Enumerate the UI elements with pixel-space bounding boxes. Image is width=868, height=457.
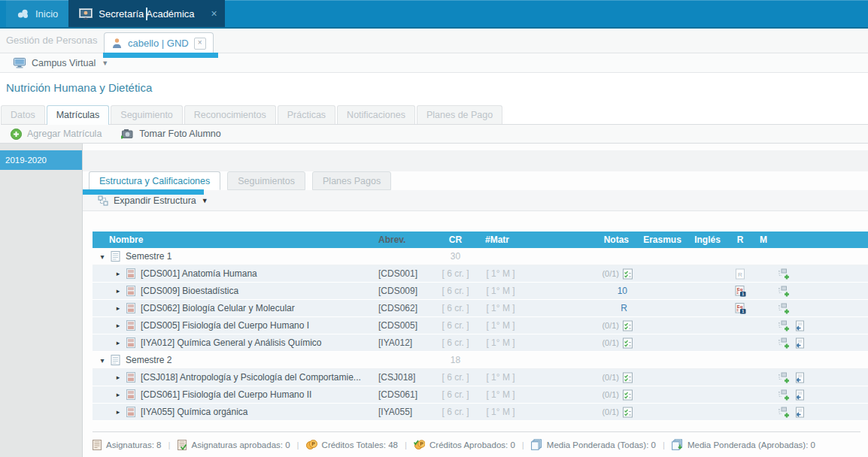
tab-seguimiento[interactable]: Seguimiento [111, 105, 183, 124]
column-header-nombre[interactable]: Nombre [93, 235, 378, 245]
panel-tab-estructura-y-calificaciones[interactable]: Estructura y Calificaciones [89, 171, 220, 190]
expand-icon[interactable]: ▸ [114, 374, 123, 381]
add-node-icon[interactable] [777, 389, 791, 401]
tab-planes-de-pago[interactable]: Planes de Pago [417, 105, 502, 124]
column-header-notas[interactable]: Notas [529, 235, 638, 245]
name-cell: ▾Semestre 1 [93, 251, 378, 262]
equivalence-icon[interactable]: Eq1 [735, 303, 746, 314]
credits-cell: 30 [439, 251, 472, 262]
add-node-icon[interactable] [777, 337, 791, 349]
add-node-icon[interactable] [777, 407, 791, 418]
grid-header: NombreAbrev.CR#MatrNotasErasmusInglésRM [93, 232, 868, 248]
course-row[interactable]: ▸[IYA012] Química General y Análisis Quí… [93, 334, 868, 352]
equivalence-icon[interactable]: Eq1 [735, 286, 746, 297]
add-node-icon[interactable] [777, 286, 791, 297]
column-header-abrev[interactable]: Abrev. [378, 235, 439, 245]
expand-icon[interactable]: ▸ [114, 339, 123, 347]
repeat-cell: R [728, 268, 752, 280]
move-doc-icon[interactable] [794, 320, 806, 331]
footer-separator: | [522, 440, 524, 449]
column-header-matr[interactable]: #Matr [472, 235, 529, 245]
grades-checklist-icon[interactable] [622, 407, 633, 418]
expand-icon[interactable]: ▸ [114, 287, 123, 295]
panel-tab-planes-pagos[interactable]: Planes Pagos [312, 171, 391, 190]
expand-icon[interactable]: ▸ [114, 391, 123, 398]
collapse-icon[interactable]: ▾ [98, 253, 107, 261]
expand-icon[interactable]: ▸ [114, 270, 123, 277]
grades-checklist-icon[interactable] [622, 268, 633, 280]
add-node-icon[interactable] [777, 268, 791, 280]
name-cell: ▸[CDS005] Fisiología del Cuerpo Humano I [93, 320, 378, 331]
course-row[interactable]: ▸[CDS061] Fisiología del Cuerpo Humano I… [93, 386, 868, 404]
column-header-erasmus[interactable]: Erasmus [638, 235, 687, 245]
tab-inicio[interactable]: Inicio [6, 0, 68, 27]
credits-cell: [ 6 cr. ] [439, 268, 472, 279]
svg-text:P: P [420, 441, 423, 446]
close-icon[interactable]: × [211, 8, 217, 20]
add-node-icon[interactable] [777, 372, 791, 383]
course-row[interactable]: ▸[CDS062] Biología Celular y Molecular[C… [93, 300, 868, 317]
grades-checklist-icon[interactable] [622, 337, 633, 349]
chevron-down-icon[interactable]: ▼ [202, 197, 208, 204]
expand-icon[interactable]: ▸ [114, 322, 123, 329]
notas-cell: (0/1) [529, 320, 638, 331]
top-window-bar: Inicio Secretaría Académica × [0, 0, 868, 29]
tab-practicas[interactable]: Prácticas [278, 105, 335, 124]
move-doc-icon[interactable] [794, 372, 806, 383]
camera-icon [121, 129, 134, 139]
move-doc-icon[interactable] [794, 407, 806, 418]
credits-cell: [ 6 cr. ] [439, 286, 472, 296]
tab-secretaria-academica[interactable]: Secretaría Académica × [68, 0, 224, 27]
move-doc-icon[interactable] [794, 389, 806, 401]
row-name-label: [CDS009] Bioestadística [141, 286, 238, 296]
group-row[interactable]: ▾Semestre 130 [93, 248, 868, 265]
row-actions [775, 303, 826, 314]
footer-stat-text: Media Ponderada (Todas): 0 [547, 440, 656, 449]
row-name-label: [CDS005] Fisiología del Cuerpo Humano I [141, 320, 309, 331]
grades-checklist-icon[interactable] [622, 372, 633, 383]
notas-cell: 10 [529, 286, 638, 296]
panel-tab-seguimientos[interactable]: Seguimientos [227, 171, 305, 190]
column-header-r[interactable]: R [728, 235, 752, 245]
expand-icon[interactable]: ▸ [114, 408, 123, 416]
structure-grid: NombreAbrev.CR#MatrNotasErasmusInglésRM … [93, 232, 868, 421]
nota-value-link[interactable]: 10 [618, 286, 633, 296]
row-name-label: [CDS001] Anatomía Humana [141, 268, 257, 279]
footer-separator: | [168, 440, 171, 449]
collapse-icon[interactable]: ▾ [98, 356, 107, 365]
row-actions [775, 389, 826, 401]
row-name-label: [IYA055] Química orgánica [141, 407, 248, 417]
monitor-icon [14, 58, 26, 68]
add-node-icon[interactable] [777, 320, 791, 331]
tab-datos[interactable]: Datos [1, 105, 45, 124]
move-doc-icon[interactable] [794, 337, 806, 349]
column-header-cr[interactable]: CR [439, 235, 472, 245]
course-row[interactable]: ▸[CSJ018] Antropología y Psicología del … [93, 369, 868, 386]
column-header-m[interactable]: M [752, 235, 775, 245]
course-row[interactable]: ▸[CDS001] Anatomía Humana[CDS001][ 6 cr.… [93, 265, 868, 283]
nota-value-link[interactable]: R [621, 303, 633, 313]
tab-reconocimientos[interactable]: Reconocimientos [184, 105, 276, 124]
tab-cabello-gnd[interactable]: cabello | GND × [104, 32, 214, 53]
course-row[interactable]: ▸[CDS005] Fisiología del Cuerpo Humano I… [93, 317, 868, 334]
tab-notificaciones[interactable]: Notificaciones [337, 105, 415, 124]
matricula-cell: [ 1° M ] [472, 303, 529, 313]
course-row[interactable]: ▸[IYA055] Química orgánica[IYA055][ 6 cr… [93, 404, 868, 421]
close-icon[interactable]: × [194, 38, 206, 50]
grades-checklist-icon[interactable] [622, 320, 633, 331]
add-enrollment-button[interactable]: Agregar Matrícula [11, 129, 102, 140]
inner-tabstrip: Gestión de Personas cabello | GND × [0, 29, 868, 53]
tab-matriculas[interactable]: Matrículas [47, 105, 110, 125]
course-row[interactable]: ▸[CDS009] Bioestadística[CDS009][ 6 cr. … [93, 283, 868, 300]
credits-approved-icon: P [414, 440, 425, 449]
repeat-doc-icon[interactable]: R [735, 268, 745, 280]
column-header-ingles[interactable]: Inglés [687, 235, 728, 245]
expand-icon[interactable]: ▸ [114, 304, 123, 312]
take-photo-button[interactable]: Tomar Foto Alumno [121, 129, 220, 139]
group-row[interactable]: ▾Semestre 218 [93, 352, 868, 369]
sidebar-item-year[interactable]: 2019-2020 [0, 150, 82, 170]
grades-checklist-icon[interactable] [622, 389, 633, 401]
tab-gestion-de-personas[interactable]: Gestión de Personas [6, 35, 97, 46]
expand-structure-label[interactable]: Expandir Estructura [114, 195, 196, 206]
add-node-icon[interactable] [777, 303, 791, 314]
